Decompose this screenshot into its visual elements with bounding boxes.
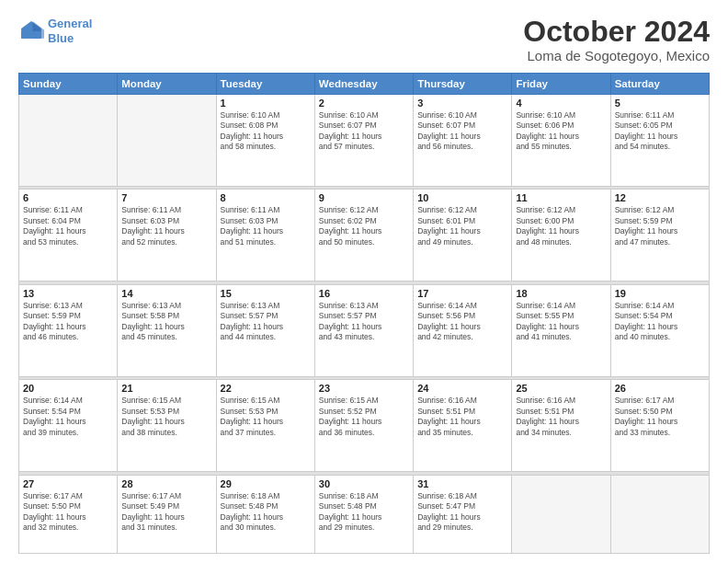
day-number: 18	[516, 288, 606, 299]
month-title: October 2024	[523, 17, 710, 46]
table-row: 1Sunrise: 6:10 AM Sunset: 6:08 PM Daylig…	[216, 95, 314, 187]
day-number: 25	[516, 383, 606, 394]
calendar-week-row: 20Sunrise: 6:14 AM Sunset: 5:54 PM Dayli…	[19, 380, 710, 472]
day-number: 5	[615, 98, 705, 109]
table-row: 8Sunrise: 6:11 AM Sunset: 6:03 PM Daylig…	[216, 190, 314, 282]
day-info: Sunrise: 6:11 AM Sunset: 6:05 PM Dayligh…	[615, 110, 705, 153]
day-number: 3	[417, 98, 507, 109]
table-row: 9Sunrise: 6:12 AM Sunset: 6:02 PM Daylig…	[314, 190, 413, 282]
day-number: 13	[23, 288, 113, 299]
day-number: 12	[615, 192, 705, 203]
day-info: Sunrise: 6:14 AM Sunset: 5:54 PM Dayligh…	[615, 301, 705, 343]
col-tuesday: Tuesday	[216, 74, 314, 95]
day-number: 31	[417, 478, 507, 489]
table-row	[118, 95, 216, 187]
table-row: 22Sunrise: 6:15 AM Sunset: 5:53 PM Dayli…	[216, 380, 314, 472]
table-row: 13Sunrise: 6:13 AM Sunset: 5:59 PM Dayli…	[19, 284, 118, 376]
calendar-header-row: Sunday Monday Tuesday Wednesday Thursday…	[19, 74, 710, 95]
day-info: Sunrise: 6:11 AM Sunset: 6:04 PM Dayligh…	[23, 205, 113, 247]
day-number: 14	[121, 288, 211, 299]
table-row: 14Sunrise: 6:13 AM Sunset: 5:58 PM Dayli…	[118, 284, 216, 376]
day-number: 8	[221, 192, 311, 203]
table-row: 17Sunrise: 6:14 AM Sunset: 5:56 PM Dayli…	[414, 284, 512, 376]
day-info: Sunrise: 6:10 AM Sunset: 6:08 PM Dayligh…	[221, 110, 311, 153]
table-row: 6Sunrise: 6:11 AM Sunset: 6:04 PM Daylig…	[19, 190, 118, 282]
table-row	[512, 475, 610, 553]
day-number: 20	[23, 383, 113, 394]
table-row: 31Sunrise: 6:18 AM Sunset: 5:47 PM Dayli…	[414, 475, 512, 553]
table-row: 12Sunrise: 6:12 AM Sunset: 5:59 PM Dayli…	[610, 190, 709, 282]
col-monday: Monday	[118, 74, 216, 95]
day-info: Sunrise: 6:18 AM Sunset: 5:48 PM Dayligh…	[319, 491, 409, 534]
table-row: 24Sunrise: 6:16 AM Sunset: 5:51 PM Dayli…	[414, 380, 512, 472]
table-row: 30Sunrise: 6:18 AM Sunset: 5:48 PM Dayli…	[314, 475, 413, 553]
logo-line1: General	[48, 17, 92, 30]
day-info: Sunrise: 6:12 AM Sunset: 6:00 PM Dayligh…	[516, 205, 606, 247]
table-row: 16Sunrise: 6:13 AM Sunset: 5:57 PM Dayli…	[314, 284, 413, 376]
day-number: 23	[319, 383, 409, 394]
table-row: 11Sunrise: 6:12 AM Sunset: 6:00 PM Dayli…	[512, 190, 610, 282]
table-row: 3Sunrise: 6:10 AM Sunset: 6:07 PM Daylig…	[414, 95, 512, 187]
day-number: 22	[221, 383, 311, 394]
table-row: 26Sunrise: 6:17 AM Sunset: 5:50 PM Dayli…	[610, 380, 709, 472]
day-info: Sunrise: 6:12 AM Sunset: 5:59 PM Dayligh…	[615, 205, 705, 247]
col-friday: Friday	[512, 74, 610, 95]
table-row: 10Sunrise: 6:12 AM Sunset: 6:01 PM Dayli…	[414, 190, 512, 282]
day-number: 16	[319, 288, 409, 299]
day-number: 26	[615, 383, 705, 394]
col-wednesday: Wednesday	[314, 74, 413, 95]
day-info: Sunrise: 6:14 AM Sunset: 5:54 PM Dayligh…	[23, 396, 113, 438]
day-info: Sunrise: 6:15 AM Sunset: 5:52 PM Dayligh…	[319, 396, 409, 438]
table-row: 18Sunrise: 6:14 AM Sunset: 5:55 PM Dayli…	[512, 284, 610, 376]
table-row: 27Sunrise: 6:17 AM Sunset: 5:50 PM Dayli…	[19, 475, 118, 553]
day-number: 24	[417, 383, 507, 394]
day-number: 4	[516, 98, 606, 109]
day-info: Sunrise: 6:14 AM Sunset: 5:56 PM Dayligh…	[417, 301, 507, 343]
logo-text: General Blue	[48, 17, 92, 45]
day-info: Sunrise: 6:18 AM Sunset: 5:48 PM Dayligh…	[221, 491, 311, 534]
day-info: Sunrise: 6:17 AM Sunset: 5:50 PM Dayligh…	[23, 491, 113, 534]
day-number: 9	[319, 192, 409, 203]
day-number: 19	[615, 288, 705, 299]
day-info: Sunrise: 6:11 AM Sunset: 6:03 PM Dayligh…	[121, 205, 211, 247]
table-row: 23Sunrise: 6:15 AM Sunset: 5:52 PM Dayli…	[314, 380, 413, 472]
table-row: 29Sunrise: 6:18 AM Sunset: 5:48 PM Dayli…	[216, 475, 314, 553]
day-info: Sunrise: 6:13 AM Sunset: 5:57 PM Dayligh…	[221, 301, 311, 343]
day-number: 1	[221, 98, 311, 109]
title-block: October 2024 Loma de Sogotegoyo, Mexico	[523, 17, 710, 63]
day-info: Sunrise: 6:13 AM Sunset: 5:57 PM Dayligh…	[319, 301, 409, 343]
day-number: 28	[121, 478, 211, 489]
day-number: 6	[23, 192, 113, 203]
day-info: Sunrise: 6:10 AM Sunset: 6:07 PM Dayligh…	[417, 110, 507, 153]
calendar-week-row: 13Sunrise: 6:13 AM Sunset: 5:59 PM Dayli…	[19, 284, 710, 376]
day-info: Sunrise: 6:10 AM Sunset: 6:06 PM Dayligh…	[516, 110, 606, 153]
calendar-week-row: 6Sunrise: 6:11 AM Sunset: 6:04 PM Daylig…	[19, 190, 710, 282]
calendar-body: 1Sunrise: 6:10 AM Sunset: 6:08 PM Daylig…	[19, 95, 710, 554]
table-row: 5Sunrise: 6:11 AM Sunset: 6:05 PM Daylig…	[610, 95, 709, 187]
day-info: Sunrise: 6:17 AM Sunset: 5:50 PM Dayligh…	[615, 396, 705, 438]
day-info: Sunrise: 6:11 AM Sunset: 6:03 PM Dayligh…	[221, 205, 311, 247]
day-number: 2	[319, 98, 409, 109]
table-row: 19Sunrise: 6:14 AM Sunset: 5:54 PM Dayli…	[610, 284, 709, 376]
day-info: Sunrise: 6:15 AM Sunset: 5:53 PM Dayligh…	[121, 396, 211, 438]
table-row: 4Sunrise: 6:10 AM Sunset: 6:06 PM Daylig…	[512, 95, 610, 187]
table-row: 15Sunrise: 6:13 AM Sunset: 5:57 PM Dayli…	[216, 284, 314, 376]
table-row: 28Sunrise: 6:17 AM Sunset: 5:49 PM Dayli…	[118, 475, 216, 553]
day-info: Sunrise: 6:17 AM Sunset: 5:49 PM Dayligh…	[121, 491, 211, 534]
logo: General Blue	[18, 17, 92, 45]
day-number: 30	[319, 478, 409, 489]
table-row: 20Sunrise: 6:14 AM Sunset: 5:54 PM Dayli…	[19, 380, 118, 472]
table-row: 2Sunrise: 6:10 AM Sunset: 6:07 PM Daylig…	[314, 95, 413, 187]
day-number: 11	[516, 192, 606, 203]
table-row: 21Sunrise: 6:15 AM Sunset: 5:53 PM Dayli…	[118, 380, 216, 472]
col-saturday: Saturday	[610, 74, 709, 95]
col-thursday: Thursday	[414, 74, 512, 95]
day-number: 15	[221, 288, 311, 299]
day-info: Sunrise: 6:10 AM Sunset: 6:07 PM Dayligh…	[319, 110, 409, 153]
day-number: 29	[221, 478, 311, 489]
day-info: Sunrise: 6:13 AM Sunset: 5:58 PM Dayligh…	[121, 301, 211, 343]
calendar-table: Sunday Monday Tuesday Wednesday Thursday…	[18, 73, 710, 554]
day-info: Sunrise: 6:15 AM Sunset: 5:53 PM Dayligh…	[221, 396, 311, 438]
table-row: 7Sunrise: 6:11 AM Sunset: 6:03 PM Daylig…	[118, 190, 216, 282]
logo-line2: Blue	[48, 31, 74, 45]
